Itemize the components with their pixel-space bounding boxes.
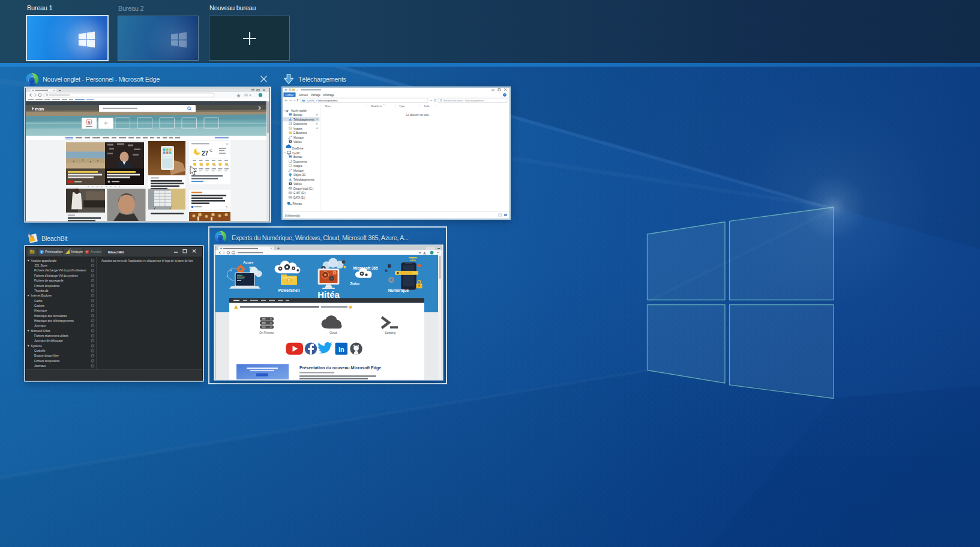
svg-text:Images: Images [293, 165, 303, 168]
svg-text:Type: Type [399, 104, 405, 107]
svg-text:Affichage: Affichage [323, 94, 335, 97]
svg-text:Présentation du nouveau Micros: Présentation du nouveau Microsoft Edge [299, 366, 381, 370]
svg-text:Fichiers d'échange VM du systè: Fichiers d'échange VM du système [34, 274, 78, 277]
svg-text:DATA (E:): DATA (E:) [293, 196, 305, 199]
svg-text:Images: Images [293, 127, 303, 130]
svg-text:3: 3 [226, 205, 227, 209]
svg-text:Documents: Documents [293, 160, 308, 163]
svg-text:Journaux de débogage: Journaux de débogage [34, 339, 63, 342]
svg-text:Disque local (C:): Disque local (C:) [293, 187, 314, 190]
svg-text:Thumbs.db: Thumbs.db [34, 289, 49, 292]
svg-text:Historique des téléchargements: Historique des téléchargements [34, 319, 74, 322]
svg-text:Fichiers d'échange VM du profi: Fichiers d'échange VM du profil utilisat… [34, 269, 86, 272]
svg-text:Cache: Cache [34, 300, 43, 303]
svg-text:Accueil: Accueil [299, 94, 308, 97]
svg-text:OneDrive: OneDrive [292, 147, 304, 150]
svg-text:Vidéos: Vidéos [293, 141, 302, 144]
svg-text:Vidéos: Vidéos [293, 183, 302, 186]
svg-text:Le dossier est vide.: Le dossier est vide. [406, 113, 430, 116]
svg-text:Cookies: Cookies [34, 304, 45, 307]
svg-text:Annuler: Annuler [91, 250, 101, 253]
svg-text:Numérique: Numérique [388, 288, 409, 293]
svg-text:E.Business: E.Business [293, 131, 307, 134]
svg-text:aws: aws [249, 265, 256, 269]
svg-text:Accédez au menu de l'applicati: Accédez au menu de l'application en cliq… [101, 259, 193, 262]
svg-text:Modifié le: Modifié le [371, 104, 382, 107]
svg-text:Corbeille: Corbeille [34, 349, 46, 352]
svg-text:C-WF (D:): C-WF (D:) [293, 192, 306, 195]
svg-text:Téléchargements: Téléchargements [293, 118, 315, 121]
svg-text:Accès rapide: Accès rapide [291, 109, 307, 112]
svg-text:Fichiers temporaires: Fichiers temporaires [34, 285, 60, 288]
svg-text:Objets 3D: Objets 3D [293, 174, 306, 177]
svg-text:Nettoyer: Nettoyer [71, 250, 83, 253]
svg-text:N: N [88, 121, 90, 124]
svg-text:On Premise: On Premise [259, 331, 274, 334]
svg-text:in: in [338, 346, 344, 353]
svg-text:Zoho: Zoho [350, 282, 359, 286]
svg-text:.DS_Store: .DS_Store [34, 264, 47, 267]
svg-text:Nom: Nom [325, 104, 331, 107]
svg-text:Fichiers de sauvegarde: Fichiers de sauvegarde [34, 279, 64, 282]
svg-text:Ce PC: Ce PC [292, 152, 301, 155]
svg-text:Rechercher dans : Téléchargeme: Rechercher dans : Téléchargements [443, 99, 484, 102]
svg-text:Microsoft Office: Microsoft Office [31, 330, 51, 333]
svg-text:Prévisualiser: Prévisualiser [45, 250, 63, 253]
svg-text:Documents: Documents [293, 122, 308, 125]
svg-text:Fichiers récemment utilisés: Fichiers récemment utilisés [34, 334, 68, 337]
svg-text:Système: Système [31, 345, 43, 348]
svg-text:Taille: Taille [424, 104, 430, 107]
svg-text:Internet Explorer: Internet Explorer [31, 294, 52, 297]
svg-text:°C: °C [209, 149, 212, 153]
svg-text:Réseau: Réseau [293, 202, 302, 205]
svg-text:Fichier: Fichier [286, 94, 294, 97]
svg-text:Journaux: Journaux [34, 364, 46, 367]
svg-text:Analyse approfondie: Analyse approfondie [31, 259, 57, 262]
svg-text:Scripting: Scripting [385, 331, 395, 334]
svg-text:Historique: Historique [34, 309, 47, 312]
svg-text:Fichiers temporaires: Fichiers temporaires [34, 360, 60, 363]
svg-text:Ce PC › Téléchargements: Ce PC › Téléchargements [307, 99, 338, 102]
svg-text:Espace disque libre: Espace disque libre [34, 354, 59, 357]
svg-text:Cloud: Cloud [329, 331, 337, 334]
svg-text:Musique: Musique [293, 136, 304, 139]
svg-text:Journaux: Journaux [34, 324, 46, 327]
svg-text:BleachBit: BleachBit [108, 250, 124, 254]
svg-text:Bureau: Bureau [293, 113, 302, 116]
svg-text:Bureau: Bureau [293, 156, 302, 159]
svg-text:PowerShell: PowerShell [278, 288, 300, 292]
svg-text:Historique des formulaires: Historique des formulaires [34, 315, 67, 318]
svg-text:Azure: Azure [243, 260, 254, 264]
svg-text:0 élément(s): 0 élément(s) [285, 214, 301, 217]
svg-text:Hitéa: Hitéa [317, 289, 340, 300]
svg-text:Téléchargements: Téléchargements [293, 178, 315, 181]
svg-text:Musique: Musique [293, 169, 304, 172]
svg-text:27: 27 [202, 150, 209, 157]
svg-text:msn: msn [35, 106, 44, 112]
svg-text:Partage: Partage [311, 94, 321, 97]
